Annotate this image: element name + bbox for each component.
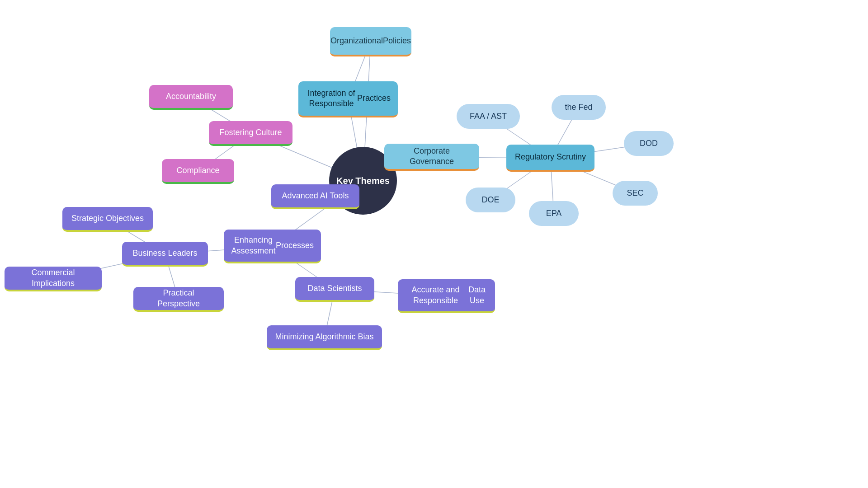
- node-compliance: Compliance: [162, 159, 234, 184]
- node-enhancing: Enhancing AssessmentProcesses: [224, 230, 321, 263]
- node-integration: Integration of ResponsiblePractices: [298, 81, 398, 117]
- node-org-policies: OrganizationalPolicies: [330, 27, 411, 56]
- node-corp-gov: Corporate Governance: [384, 144, 479, 171]
- node-min-bias: Minimizing Algorithmic Bias: [267, 325, 382, 350]
- node-faa-ast: FAA / AST: [457, 104, 520, 129]
- node-sec: SEC: [613, 181, 658, 206]
- node-data-sci: Data Scientists: [295, 277, 374, 302]
- node-advanced-ai: Advanced AI Tools: [271, 184, 359, 209]
- node-pract-persp: Practical Perspective: [133, 287, 224, 312]
- node-the-fed: the Fed: [552, 95, 606, 120]
- node-accountability: Accountability: [149, 85, 233, 110]
- node-doe: DOE: [466, 188, 515, 212]
- node-bus-leaders: Business Leaders: [122, 242, 208, 267]
- node-epa: EPA: [529, 201, 579, 226]
- node-strat-obj: Strategic Objectives: [62, 207, 153, 232]
- node-fostering: Fostering Culture: [209, 121, 292, 146]
- node-comm-impl: Commercial Implications: [5, 267, 102, 291]
- node-dod: DOD: [624, 131, 674, 156]
- node-accurate: Accurate and ResponsibleData Use: [398, 279, 495, 313]
- node-reg-scrutiny: Regulatory Scrutiny: [506, 145, 594, 172]
